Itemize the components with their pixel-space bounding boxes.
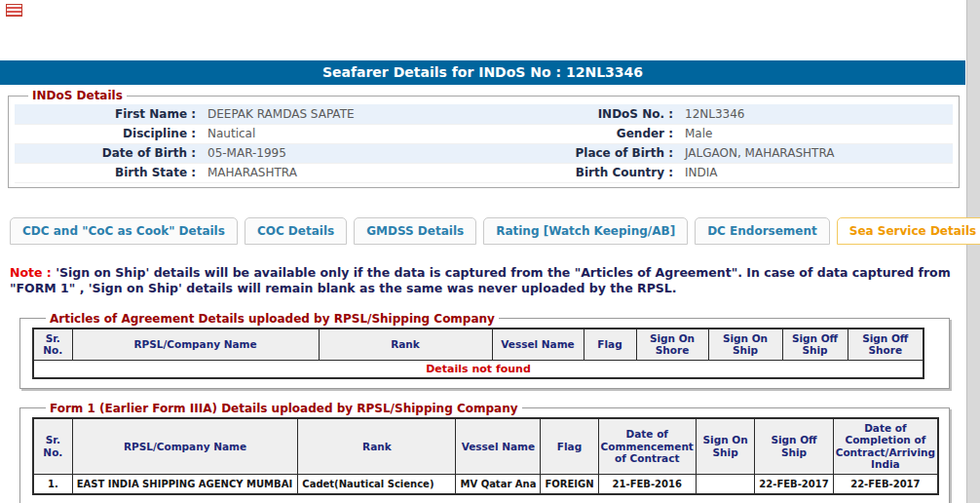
form1-flag: FOREIGN bbox=[541, 475, 598, 495]
note-body: 'Sign on Ship' details will be available… bbox=[10, 265, 951, 295]
discipline-value: Nautical bbox=[200, 124, 541, 143]
first-name-label: First Name : bbox=[15, 104, 200, 124]
details-not-found-message: Details not found bbox=[33, 360, 923, 378]
form1-col-sign-off-ship: Sign Off Ship bbox=[755, 418, 833, 475]
form1-col-company: RPSL/Company Name bbox=[72, 418, 298, 475]
vertical-scrollbar[interactable] bbox=[966, 0, 980, 503]
tab-coc-details[interactable]: COC Details bbox=[245, 217, 347, 245]
indos-details-legend: INDoS Details bbox=[28, 89, 127, 102]
form1-legend: Form 1 (Earlier Form IIIA) Details uploa… bbox=[46, 402, 522, 415]
form1-fieldset: Form 1 (Earlier Form IIIA) Details uploa… bbox=[19, 402, 950, 503]
indos-no-label: INDoS No. : bbox=[541, 104, 677, 124]
gender-value: Male bbox=[677, 124, 953, 143]
first-name-value: DEEPAK RAMDAS SAPATE bbox=[200, 104, 541, 124]
form1-col-sr-no: Sr. No. bbox=[33, 418, 72, 475]
agreement-header-row: Sr. No. RPSL/Company Name Rank Vessel Na… bbox=[33, 329, 923, 361]
indos-row-birth: Date of Birth : 05-MAR-1995 Place of Bir… bbox=[15, 143, 953, 163]
tab-cdc-coc-as-cook[interactable]: CDC and "CoC as Cook" Details bbox=[10, 217, 238, 245]
agreement-col-sr-no: Sr. No. bbox=[33, 329, 72, 361]
indos-no-value: 12NL3346 bbox=[677, 104, 953, 124]
agreement-col-sign-on-ship: Sign On Ship bbox=[708, 329, 782, 361]
place-of-birth-value: JALGAON, MAHARASHTRA bbox=[677, 143, 953, 163]
agreement-col-flag: Flag bbox=[584, 329, 636, 361]
form1-sign-on-ship bbox=[696, 475, 754, 495]
agreement-col-sign-off-ship: Sign Off Ship bbox=[782, 329, 848, 361]
articles-of-agreement-fieldset: Articles of Agreement Details uploaded b… bbox=[19, 312, 950, 389]
dob-value: 05-MAR-1995 bbox=[200, 143, 541, 163]
birth-country-label: Birth Country : bbox=[541, 163, 677, 182]
gender-label: Gender : bbox=[541, 124, 677, 143]
agreement-col-vessel: Vessel Name bbox=[492, 329, 584, 361]
page-title: Seafarer Details for INDoS No : 12NL3346 bbox=[322, 64, 643, 80]
agreement-empty-row: Details not found bbox=[33, 360, 923, 378]
form1-col-sign-on-ship: Sign On Ship bbox=[696, 418, 754, 475]
indos-row-state: Birth State : MAHARASHTRA Birth Country … bbox=[15, 163, 953, 182]
indos-row-name: First Name : DEEPAK RAMDAS SAPATE INDoS … bbox=[15, 104, 953, 124]
articles-of-agreement-table: Sr. No. RPSL/Company Name Rank Vessel Na… bbox=[32, 328, 924, 379]
page-title-bar: Seafarer Details for INDoS No : 12NL3346 bbox=[0, 60, 965, 85]
indos-row-discipline: Discipline : Nautical Gender : Male bbox=[15, 124, 953, 143]
tab-gmdss-details[interactable]: GMDSS Details bbox=[354, 217, 476, 245]
tab-rating-watch-keeping[interactable]: Rating [Watch Keeping/AB] bbox=[483, 217, 688, 245]
page-content: Seafarer Details for INDoS No : 12NL3346… bbox=[0, 0, 965, 503]
agreement-col-rank: Rank bbox=[319, 329, 492, 361]
form1-completion-date: 22-FEB-2017 bbox=[833, 475, 938, 495]
form1-header-row: Sr. No. RPSL/Company Name Rank Vessel Na… bbox=[33, 418, 938, 475]
birth-state-label: Birth State : bbox=[15, 163, 200, 182]
form1-rank: Cadet(Nautical Science) bbox=[298, 475, 456, 495]
birth-state-value: MAHARASHTRA bbox=[200, 163, 541, 182]
dob-label: Date of Birth : bbox=[15, 143, 200, 163]
note-prefix: Note : bbox=[10, 265, 52, 280]
place-of-birth-label: Place of Birth : bbox=[541, 143, 677, 163]
birth-country-value: INDIA bbox=[677, 163, 953, 182]
form1-company: EAST INDIA SHIPPING AGENCY MUMBAI bbox=[72, 475, 298, 495]
note-text: Note : 'Sign on Ship' details will be av… bbox=[10, 265, 954, 296]
form1-sr-no: 1. bbox=[33, 475, 72, 495]
form1-col-rank: Rank bbox=[298, 418, 456, 475]
form1-col-completion-date: Date of Completion of Contract/Arriving … bbox=[833, 418, 938, 475]
indos-details-fieldset: INDoS Details First Name : DEEPAK RAMDAS… bbox=[8, 89, 960, 188]
indos-details-table: First Name : DEEPAK RAMDAS SAPATE INDoS … bbox=[15, 104, 953, 183]
form1-table: Sr. No. RPSL/Company Name Rank Vessel Na… bbox=[32, 417, 939, 495]
form1-col-vessel: Vessel Name bbox=[456, 418, 541, 475]
articles-of-agreement-legend: Articles of Agreement Details uploaded b… bbox=[46, 312, 499, 326]
agreement-col-sign-off-shore: Sign Off Shore bbox=[848, 329, 923, 361]
tab-sea-service-details[interactable]: Sea Service Details bbox=[837, 217, 980, 245]
discipline-label: Discipline : bbox=[15, 124, 200, 143]
form1-vessel: MV Qatar Ana bbox=[456, 475, 541, 495]
form1-sign-off-ship: 22-FEB-2017 bbox=[755, 475, 833, 495]
form1-col-commencement-date: Date of Commencement of Contract bbox=[598, 418, 696, 475]
form1-commencement-date: 21-FEB-2016 bbox=[598, 475, 696, 495]
agreement-col-sign-on-shore: Sign On Shore bbox=[636, 329, 708, 361]
detail-tabs: CDC and "CoC as Cook" Details COC Detail… bbox=[10, 217, 965, 245]
tab-dc-endorsement[interactable]: DC Endorsement bbox=[695, 217, 830, 245]
form1-col-flag: Flag bbox=[541, 418, 598, 475]
form1-data-row: 1. EAST INDIA SHIPPING AGENCY MUMBAI Cad… bbox=[33, 475, 938, 495]
agreement-col-company: RPSL/Company Name bbox=[72, 329, 319, 361]
